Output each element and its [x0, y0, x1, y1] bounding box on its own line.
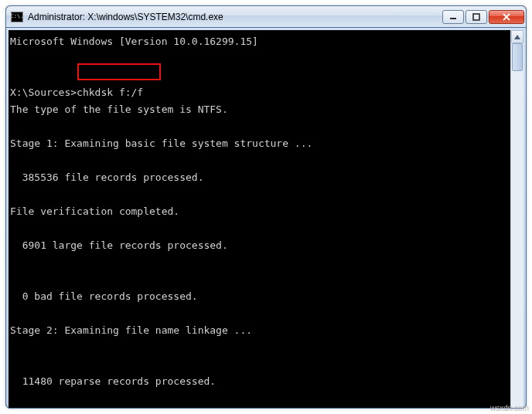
vertical-scrollbar[interactable] [510, 30, 523, 409]
cmd-window: C:\. Administrator: X:\windows\SYSTEM32\… [5, 5, 527, 409]
titlebar[interactable]: C:\. Administrator: X:\windows\SYSTEM32\… [6, 6, 526, 28]
console-output[interactable]: Microsoft Windows [Version 10.0.16299.15… [9, 30, 510, 409]
scroll-track[interactable] [511, 43, 523, 409]
window-title: Administrator: X:\windows\SYSTEM32\cmd.e… [28, 12, 441, 22]
scroll-thumb[interactable] [512, 43, 523, 71]
scroll-up-button[interactable] [511, 30, 523, 43]
cmd-icon: C:\. [11, 12, 23, 22]
minimize-button[interactable] [442, 10, 464, 24]
maximize-button[interactable] [466, 10, 487, 24]
close-button[interactable] [489, 10, 524, 24]
console-area: Microsoft Windows [Version 10.0.16299.15… [9, 30, 523, 409]
client-frame: Microsoft Windows [Version 10.0.16299.15… [6, 28, 526, 409]
svg-rect-0 [450, 18, 456, 19]
svg-rect-1 [473, 14, 479, 20]
watermark-text: wsxdn.com [490, 404, 529, 412]
window-controls [441, 10, 524, 24]
